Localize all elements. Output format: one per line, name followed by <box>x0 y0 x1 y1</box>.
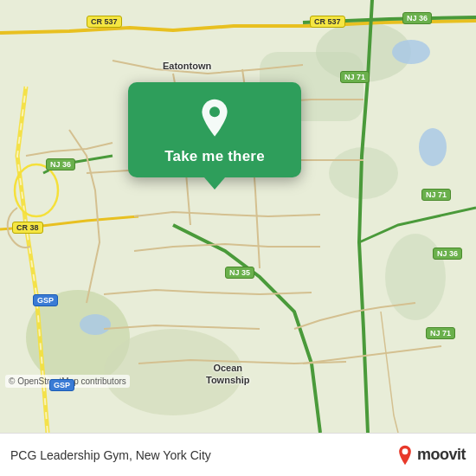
moovit-logo: moovit <box>396 445 466 466</box>
svg-point-12 <box>402 448 408 454</box>
road-badge-nj35: NJ 35 <box>225 267 254 279</box>
moovit-pin-icon <box>396 445 414 466</box>
road-badge-nj36-top: NJ 36 <box>402 12 432 24</box>
road-badge-cr38: CR 38 <box>12 222 43 234</box>
road-badge-nj71-bot: NJ 71 <box>426 327 455 339</box>
label-eatontown: Eatontown <box>163 61 211 71</box>
svg-point-11 <box>209 106 220 117</box>
road-badge-nj36-right: NJ 36 <box>433 248 462 260</box>
road-badge-gsp-top: GSP <box>33 294 58 306</box>
svg-point-8 <box>392 40 430 64</box>
popup-card[interactable]: Take me there <box>128 82 301 177</box>
road-badge-gsp-bot: GSP <box>49 379 74 391</box>
road-badge-nj36-left: NJ 36 <box>46 158 75 170</box>
road-badge-cr537-left: CR 537 <box>87 16 122 28</box>
popup-label: Take me there <box>164 148 265 165</box>
location-title: PCG Leadership Gym, New York City <box>10 448 211 462</box>
road-badge-cr537-right: CR 537 <box>310 16 345 28</box>
road-badge-nj71-top: NJ 71 <box>340 71 370 83</box>
road-badge-nj71-mid: NJ 71 <box>421 189 451 201</box>
svg-point-6 <box>385 234 446 320</box>
label-ocean-township: OceanTownship <box>206 362 250 387</box>
bottom-bar: PCG Leadership Gym, New York City moovit <box>0 433 476 476</box>
svg-point-9 <box>419 128 447 166</box>
moovit-brand-text: moovit <box>417 446 466 464</box>
map-container: CR 537 CR 537 NJ 36 NJ 36 NJ 71 NJ 71 CR… <box>0 0 476 433</box>
location-pin-icon <box>194 98 235 139</box>
svg-point-7 <box>80 314 111 335</box>
